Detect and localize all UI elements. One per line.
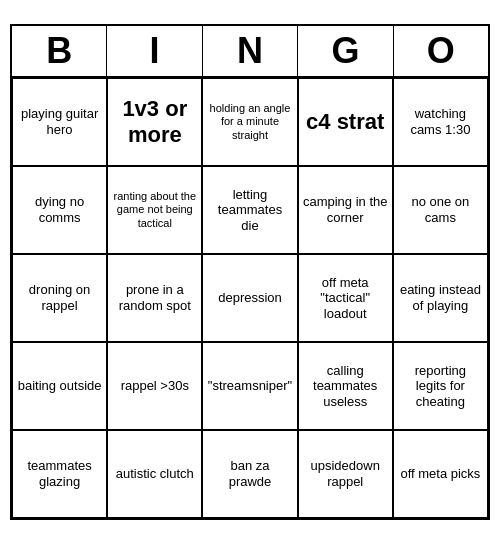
- bingo-cell-23: upsidedown rappel: [298, 430, 393, 518]
- bingo-cell-24: off meta picks: [393, 430, 488, 518]
- bingo-cell-5: dying no comms: [12, 166, 107, 254]
- bingo-cell-1: 1v3 or more: [107, 78, 202, 166]
- bingo-header: BINGO: [12, 26, 488, 78]
- bingo-cell-6: ranting about the game not being tactica…: [107, 166, 202, 254]
- bingo-letter-o: O: [394, 26, 488, 76]
- bingo-cell-13: off meta "tactical" loadout: [298, 254, 393, 342]
- bingo-cell-16: rappel >30s: [107, 342, 202, 430]
- bingo-cell-19: reporting legits for cheating: [393, 342, 488, 430]
- bingo-cell-22: ban za prawde: [202, 430, 297, 518]
- bingo-cell-2: holding an angle for a minute straight: [202, 78, 297, 166]
- bingo-cell-17: "streamsniper": [202, 342, 297, 430]
- bingo-letter-g: G: [298, 26, 393, 76]
- bingo-cell-20: teammates glazing: [12, 430, 107, 518]
- bingo-cell-11: prone in a random spot: [107, 254, 202, 342]
- bingo-card: BINGO playing guitar hero1v3 or morehold…: [10, 24, 490, 520]
- bingo-letter-b: B: [12, 26, 107, 76]
- bingo-letter-i: I: [107, 26, 202, 76]
- bingo-cell-15: baiting outside: [12, 342, 107, 430]
- bingo-cell-8: camping in the corner: [298, 166, 393, 254]
- bingo-cell-7: letting teammates die: [202, 166, 297, 254]
- bingo-cell-21: autistic clutch: [107, 430, 202, 518]
- bingo-cell-12: depression: [202, 254, 297, 342]
- bingo-cell-3: c4 strat: [298, 78, 393, 166]
- bingo-letter-n: N: [203, 26, 298, 76]
- bingo-cell-14: eating instead of playing: [393, 254, 488, 342]
- bingo-cell-18: calling teammates useless: [298, 342, 393, 430]
- bingo-cell-9: no one on cams: [393, 166, 488, 254]
- bingo-grid: playing guitar hero1v3 or moreholding an…: [12, 78, 488, 518]
- bingo-cell-0: playing guitar hero: [12, 78, 107, 166]
- bingo-cell-10: droning on rappel: [12, 254, 107, 342]
- bingo-cell-4: watching cams 1:30: [393, 78, 488, 166]
